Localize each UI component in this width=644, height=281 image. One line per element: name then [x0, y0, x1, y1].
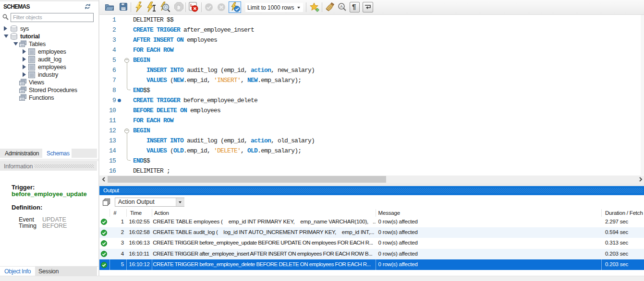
svg-text:A: A [340, 4, 343, 9]
